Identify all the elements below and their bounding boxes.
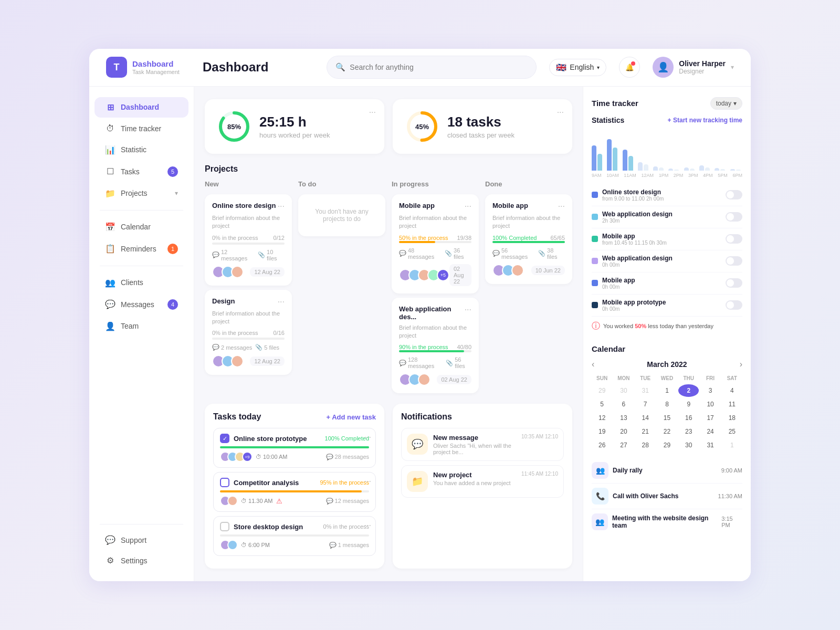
card-title: Mobile app: [399, 202, 435, 209]
tasks-circle: 45%: [405, 110, 439, 143]
notif-icon-1: 💬: [407, 434, 428, 455]
card-more-button[interactable]: ···: [278, 297, 285, 307]
nav-divider-3: [100, 524, 183, 524]
cal-day[interactable]: 4: [722, 384, 742, 397]
projects-chevron-icon: ▾: [175, 190, 178, 197]
sidebar-item-tasks[interactable]: ☐ Tasks 5: [94, 161, 188, 182]
cal-day[interactable]: 24: [700, 425, 720, 438]
cal-day[interactable]: 29: [592, 384, 612, 397]
cal-day[interactable]: 14: [635, 412, 656, 424]
tracker-toggle-1[interactable]: [726, 190, 742, 200]
avatar: [231, 355, 244, 368]
card-more-button[interactable]: ···: [465, 305, 471, 314]
messages-badge: 4: [167, 299, 178, 310]
sidebar-item-projects[interactable]: 📁 Projects ▾: [94, 183, 188, 204]
cal-day[interactable]: 21: [635, 425, 656, 438]
cal-day[interactable]: 6: [613, 398, 634, 411]
add-task-button[interactable]: + Add new task: [326, 413, 376, 421]
tracker-toggle-2[interactable]: [726, 212, 742, 222]
search-input[interactable]: [350, 63, 528, 71]
chart-bars: [592, 129, 742, 171]
cal-next-button[interactable]: ›: [740, 360, 742, 369]
bar-group-1: [607, 139, 619, 171]
tracker-toggle-4[interactable]: [726, 256, 742, 266]
notif-time-1: 10:35 AM 12:10: [521, 434, 558, 455]
cal-day[interactable]: 22: [657, 425, 677, 438]
calendar-panel: Calendar ‹ March 2022 › SUN MON TUE WED …: [592, 344, 742, 534]
tasks-more-button[interactable]: ···: [557, 108, 564, 117]
tracker-name-4: Web application design: [602, 255, 721, 262]
cal-day[interactable]: 5: [592, 398, 612, 411]
task-checkbox-1[interactable]: ✓: [220, 434, 229, 443]
tracker-name-2: Web application design: [602, 211, 721, 218]
cal-day[interactable]: 31: [700, 439, 720, 452]
hours-more-button[interactable]: ···: [369, 108, 376, 117]
sidebar-item-time-tracker[interactable]: ⏱ Time tracker: [94, 119, 188, 139]
sidebar-item-calendar[interactable]: 📅 Calendar: [94, 217, 188, 237]
task-checkbox-2[interactable]: [220, 478, 229, 487]
start-tracking-button[interactable]: + Start new tracking time: [668, 117, 742, 124]
cal-today[interactable]: 2: [678, 384, 699, 397]
cal-day[interactable]: 7: [635, 398, 656, 411]
cal-day[interactable]: 26: [592, 439, 612, 452]
cal-day[interactable]: 27: [613, 439, 634, 452]
tracker-dot-1: [592, 192, 598, 198]
card-more-button[interactable]: ···: [278, 202, 285, 211]
today-button[interactable]: today ▾: [710, 97, 742, 110]
task-item-2: Competitor analysis 95% in the process ·…: [213, 472, 376, 512]
cal-day[interactable]: 10: [700, 398, 720, 411]
cal-day[interactable]: 30: [678, 439, 699, 452]
chart-icon: 📊: [105, 145, 116, 155]
cal-day[interactable]: 16: [678, 412, 699, 424]
messages-meta: 💬12 messages: [212, 249, 255, 261]
cal-day[interactable]: 28: [635, 439, 656, 452]
task-more-3[interactable]: ···: [364, 521, 371, 530]
cal-day[interactable]: 23: [678, 425, 699, 438]
cal-day[interactable]: 11: [722, 398, 742, 411]
cal-day[interactable]: 3: [700, 384, 720, 397]
card-date: 10 Jun 22: [531, 266, 565, 275]
cal-day[interactable]: 13: [613, 412, 634, 424]
sidebar-item-settings[interactable]: ⚙ Settings: [94, 550, 188, 571]
card-desc: Brief information about the project: [492, 214, 565, 230]
col-header-done: Done: [485, 180, 572, 188]
cal-day[interactable]: 31: [635, 384, 656, 397]
cal-day[interactable]: 12: [592, 412, 612, 424]
cal-day[interactable]: 1: [657, 384, 677, 397]
tracker-sub-3: from 10.45 to 11.15 0h 30m: [602, 240, 721, 246]
cal-day[interactable]: 17: [700, 412, 720, 424]
cal-day[interactable]: 25: [722, 425, 742, 438]
sidebar-item-statistic[interactable]: 📊 Statistic: [94, 140, 188, 160]
language-button[interactable]: 🇬🇧 English ▾: [549, 59, 606, 76]
card-more-button[interactable]: ···: [465, 202, 471, 211]
tracker-toggle-6[interactable]: [726, 300, 742, 310]
bar-group-3: [638, 162, 650, 171]
sidebar-item-support[interactable]: 💬 Support: [94, 530, 188, 550]
cal-day[interactable]: 18: [722, 412, 742, 424]
tracker-toggle-3[interactable]: [726, 234, 742, 244]
sidebar-item-team[interactable]: 👤 Team: [94, 316, 188, 337]
tracker-toggle-5[interactable]: [726, 278, 742, 288]
search-icon: 🔍: [335, 62, 345, 72]
task-more-2[interactable]: ···: [364, 477, 371, 486]
sidebar-item-dashboard[interactable]: ⊞ Dashboard: [94, 97, 188, 118]
cal-day[interactable]: 8: [657, 398, 677, 411]
user-area[interactable]: 👤 Oliver Harper Designer ▾: [653, 57, 734, 78]
cal-day[interactable]: 30: [613, 384, 634, 397]
kanban-col-done: Done Mobile app ··· Brief information ab…: [485, 180, 572, 394]
cal-day[interactable]: 9: [678, 398, 699, 411]
cal-day[interactable]: 1: [722, 439, 742, 452]
cal-day[interactable]: 20: [613, 425, 634, 438]
notification-button[interactable]: 🔔: [619, 57, 640, 78]
sidebar-item-clients[interactable]: 👥 Clients: [94, 272, 188, 293]
task-checkbox-3[interactable]: [220, 522, 229, 531]
cal-day[interactable]: 15: [657, 412, 677, 424]
task-more-1[interactable]: ···: [364, 433, 371, 442]
cal-prev-button[interactable]: ‹: [592, 360, 594, 369]
tracker-item-1: Online store design from 9.00 to 11.00 2…: [592, 184, 742, 206]
sidebar-item-messages[interactable]: 💬 Messages 4: [94, 294, 188, 315]
card-more-button[interactable]: ···: [558, 202, 565, 211]
cal-day[interactable]: 29: [657, 439, 677, 452]
sidebar-item-reminders[interactable]: 📋 Reminders 1: [94, 238, 188, 259]
cal-day[interactable]: 19: [592, 425, 612, 438]
